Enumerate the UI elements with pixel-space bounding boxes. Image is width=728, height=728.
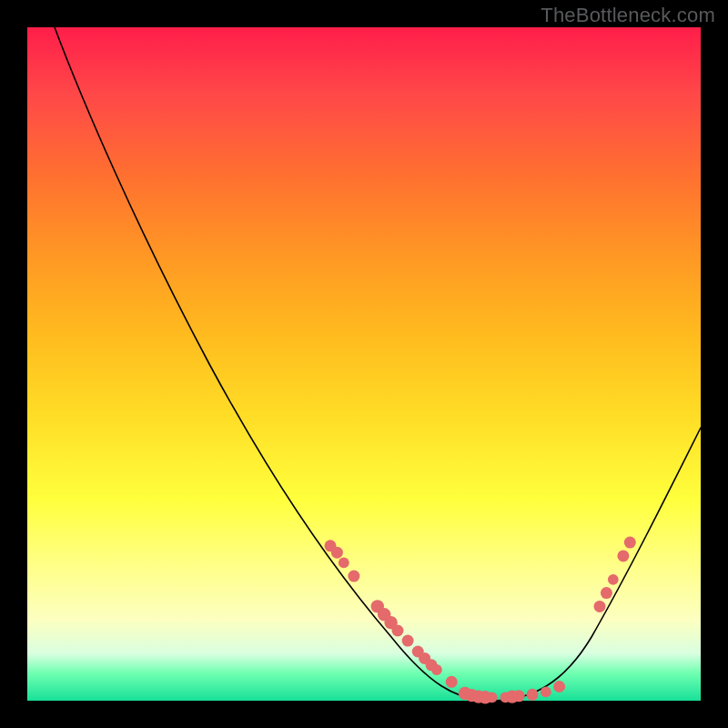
watermark-text: TheBottleneck.com: [541, 4, 715, 27]
curve-highlight-dot: [527, 689, 539, 701]
chart-frame: TheBottleneck.com: [0, 0, 728, 728]
bottleneck-curve: [55, 27, 701, 701]
curve-highlight-dot: [392, 625, 404, 637]
curve-highlight-dot: [431, 664, 442, 675]
curve-highlight-dot: [402, 635, 414, 647]
curve-highlight-dot: [601, 587, 612, 599]
curve-highlight-dot: [446, 676, 458, 688]
curve-highlight-dot: [553, 681, 565, 693]
curve-highlight-dot: [624, 537, 636, 549]
plot-area: [27, 27, 701, 701]
curve-highlight-dot: [617, 550, 629, 561]
curve-highlight-dot: [594, 601, 606, 612]
curve-highlight-dot: [487, 692, 498, 703]
curve-highlight-dot: [348, 571, 359, 582]
curve-highlight-dot: [331, 547, 343, 559]
curve-highlight-dot: [541, 687, 551, 698]
curve-highlight-dot: [608, 574, 619, 585]
curve-layer: [27, 27, 701, 701]
curve-highlight-dot: [513, 690, 525, 702]
curve-highlight-dot: [339, 557, 349, 568]
